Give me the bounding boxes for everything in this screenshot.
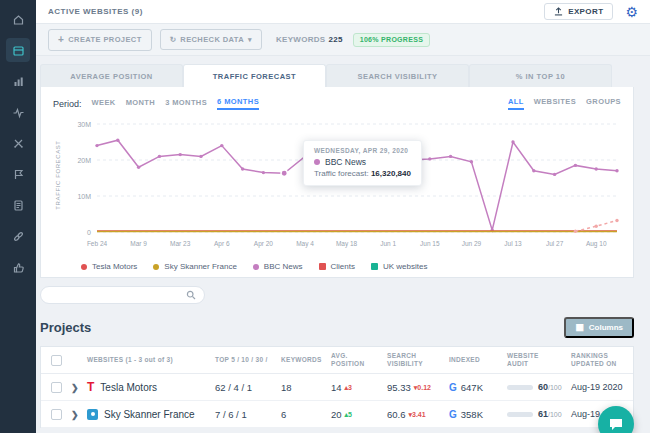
- scope-groups[interactable]: GROUPS: [586, 97, 621, 110]
- page-title: ACTIVE WEBSITES (9): [48, 7, 143, 16]
- website-name[interactable]: Sky Skanner France: [104, 409, 195, 420]
- legend-clients[interactable]: Clients: [319, 262, 355, 271]
- audit-score-value: 61: [538, 409, 548, 419]
- projects-title: Projects: [40, 320, 91, 335]
- row-checkbox[interactable]: [51, 409, 62, 420]
- sidebar-item-analytics[interactable]: [6, 69, 30, 93]
- sidebar-item-backlinks[interactable]: [6, 224, 30, 248]
- col-website-audit: WEBSITE AUDIT: [507, 347, 571, 373]
- svg-text:Feb 24: Feb 24: [87, 240, 108, 247]
- columns-label: Columns: [589, 323, 623, 332]
- sidebar-item-competitors[interactable]: [6, 131, 30, 155]
- svg-text:20M: 20M: [77, 157, 91, 164]
- row-checkbox[interactable]: [51, 382, 62, 393]
- sidebar-item-sites[interactable]: [6, 38, 30, 62]
- legend-label: UK websites: [383, 262, 427, 271]
- legend-label: Tesla Motors: [92, 262, 137, 271]
- chat-bubble-icon: [608, 416, 624, 432]
- sites-icon: [12, 44, 25, 57]
- indexed-cell: G 358K: [449, 409, 507, 420]
- period-month[interactable]: MONTH: [126, 98, 156, 109]
- table-row-sky-skanner[interactable]: ❯ Sky Skanner France 7 / 6 / 1 6 20▴5 60…: [41, 401, 633, 428]
- audit-cell: 61/100: [507, 409, 571, 419]
- sidebar-item-keywords[interactable]: [6, 162, 30, 186]
- legend-sky-skanner[interactable]: Sky Skanner France: [153, 262, 236, 271]
- tab-percent-in-top-10[interactable]: % IN TOP 10: [469, 64, 612, 87]
- create-project-label: CREATE PROJECT: [68, 35, 141, 44]
- avg-position-delta: ▴5: [345, 411, 352, 418]
- keywords-count: 18: [281, 382, 331, 393]
- settings-gear-icon[interactable]: ⚙: [625, 5, 638, 19]
- sidebar-item-social[interactable]: [6, 255, 30, 279]
- select-all-checkbox[interactable]: [51, 355, 62, 366]
- svg-text:Jun 29: Jun 29: [462, 240, 482, 247]
- export-button[interactable]: EXPORT: [544, 3, 613, 20]
- expand-chevron-icon[interactable]: ❯: [71, 383, 79, 393]
- tooltip-value: Traffic forecast: 16,320,840: [314, 169, 411, 178]
- tab-average-position[interactable]: AVERAGE POSITION: [40, 64, 183, 87]
- legend-uk-websites[interactable]: UK websites: [371, 262, 427, 271]
- legend-tesla-motors[interactable]: Tesla Motors: [81, 262, 137, 271]
- keywords-label: KEYWORDS: [276, 35, 326, 44]
- col-keywords: KEYWORDS: [281, 351, 331, 369]
- tooltip-series: BBC News: [314, 157, 411, 167]
- visibility-value: 60.6: [387, 409, 406, 420]
- search-visibility: 60.6▾3.41: [387, 409, 449, 420]
- google-icon: G: [449, 382, 457, 393]
- svg-text:May 18: May 18: [336, 240, 358, 248]
- keywords-count: 6: [281, 409, 331, 420]
- expand-chevron-icon[interactable]: ❯: [71, 410, 79, 420]
- refresh-icon: ↻: [170, 35, 177, 44]
- col-avg-position: AVG. POSITION: [331, 347, 387, 373]
- projects-table: WEBSITES (1 - 3 out of 3) TOP 5 / 10 / 3…: [40, 346, 634, 428]
- svg-text:0: 0: [87, 229, 91, 236]
- scope-all[interactable]: ALL: [508, 97, 524, 110]
- columns-button[interactable]: ▦ Columns: [564, 317, 634, 338]
- svg-text:Apr 6: Apr 6: [214, 240, 230, 248]
- col-top: TOP 5 / 10 / 30 /: [215, 351, 281, 369]
- website-name[interactable]: Tesla Motors: [100, 382, 157, 393]
- create-project-button[interactable]: + CREATE PROJECT: [48, 29, 152, 51]
- topbar: ACTIVE WEBSITES (9) EXPORT ⚙: [36, 0, 650, 24]
- svg-text:30M: 30M: [77, 121, 91, 128]
- progress-badge: 106% PROGRESS: [353, 33, 430, 47]
- audit-cell: 60/100: [507, 382, 571, 392]
- traffic-chart[interactable]: 010M20M30MFeb 24Mar 9Mar 23Apr 6Apr 20Ma…: [65, 114, 625, 260]
- period-6-months[interactable]: 6 MONTHS: [217, 97, 259, 110]
- recheck-data-button[interactable]: ↻ RECHECK DATA ▾: [160, 29, 262, 50]
- period-label: Period:: [53, 99, 82, 109]
- audit-score-total: /100: [548, 411, 562, 418]
- svg-text:Jun 1: Jun 1: [380, 240, 396, 247]
- indexed-cell: G 647K: [449, 382, 507, 393]
- legend-label: Sky Skanner France: [164, 262, 236, 271]
- keywords-count: KEYWORDS225: [276, 35, 343, 44]
- tab-traffic-forecast[interactable]: TRAFFIC FORECAST: [183, 64, 326, 87]
- search-icon: [186, 290, 196, 300]
- rankings-updated-date: Aug-19 2020: [571, 382, 633, 392]
- app-window: ACTIVE WEBSITES (9) EXPORT ⚙ + CREATE PR…: [0, 0, 650, 433]
- scope-websites[interactable]: WEBSITES: [534, 97, 576, 110]
- audit-score: 61/100: [538, 409, 562, 419]
- audit-score: 60/100: [538, 382, 562, 392]
- tooltip-metric-value: 16,320,840: [371, 169, 411, 178]
- period-week[interactable]: WEEK: [92, 98, 116, 109]
- search-input[interactable]: [49, 291, 186, 300]
- col-search-visibility: SEARCH VISIBILITY: [387, 347, 449, 373]
- columns-grid-icon: ▦: [575, 323, 584, 332]
- table-row-tesla[interactable]: ❯ T Tesla Motors 62 / 4 / 1 18 14▴3 95.3…: [41, 374, 633, 401]
- projects-header: Projects ▦ Columns: [40, 317, 634, 338]
- indexed-value: 358K: [461, 409, 483, 420]
- chart-area: TRAFFIC FORECAST 010M20M30MFeb 24Mar 9Ma…: [65, 114, 623, 260]
- tab-search-visibility[interactable]: SEARCH VISIBILITY: [326, 64, 469, 87]
- thumbs-up-icon: [12, 261, 25, 274]
- search-visibility: 95.33▾0.12: [387, 382, 449, 393]
- audit-progress-bar: [507, 385, 533, 390]
- traffic-forecast-panel: Period: WEEK MONTH 3 MONTHS 6 MONTHS ALL…: [40, 87, 634, 278]
- legend-bbc-news[interactable]: BBC News: [253, 262, 303, 271]
- sidebar-item-home[interactable]: [6, 7, 30, 31]
- tesla-favicon: T: [87, 381, 94, 393]
- sidebar-item-traffic[interactable]: [6, 100, 30, 124]
- sidebar-item-reports[interactable]: [6, 193, 30, 217]
- period-3-months[interactable]: 3 MONTHS: [165, 98, 207, 109]
- sky-skanner-favicon: [87, 409, 98, 420]
